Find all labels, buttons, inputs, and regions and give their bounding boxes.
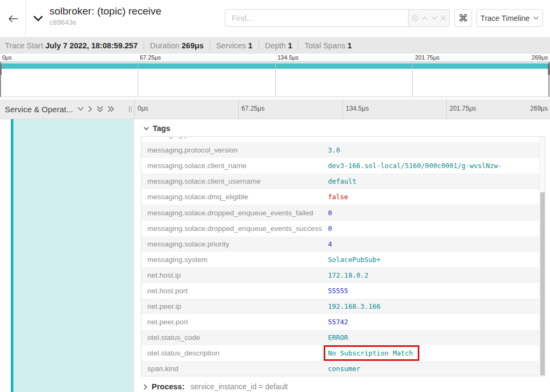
minimap-tick: 201.75μs: [415, 54, 439, 61]
timeline-tick: 134.5μs: [346, 105, 369, 112]
tag-row: messaging.solace.priority4: [141, 236, 545, 252]
locate-icon[interactable]: [411, 14, 419, 22]
trace-start: Trace Start July 7 2022, 18:08:59.257: [5, 41, 138, 50]
minimap-gridline: [138, 62, 138, 97]
chevron-down-icon: [533, 16, 539, 20]
tag-value: 0: [328, 224, 545, 233]
tag-row: messaging.solace.dropped_enqueue_events_…: [141, 205, 545, 220]
tag-key: otel.status_description: [141, 349, 328, 357]
tag-value: default: [328, 177, 545, 185]
tag-value: consumer: [328, 365, 545, 373]
page-title: solbroker: (topic) receive: [49, 5, 161, 18]
info-separator: [144, 41, 144, 50]
span-table-header: Service & Operat... 0μs 67.25μs 134.5μs …: [0, 99, 550, 119]
tag-key: messaging.protocol_version: [141, 146, 328, 154]
tag-row: messaging.protocolSMF: [141, 136, 545, 142]
tag-key: messaging.solace.dropped_enqueue_events_…: [141, 224, 328, 233]
tag-value: 3.0: [328, 146, 545, 154]
error-highlight-box: No Subscription Match: [324, 345, 419, 361]
minimap-canvas[interactable]: [0, 62, 550, 97]
back-arrow-icon: [8, 14, 18, 23]
tag-row: net.peer.port55742: [141, 314, 545, 330]
tag-key: messaging.system: [141, 256, 328, 264]
trace-services: Services 1: [216, 41, 253, 50]
tag-key: messaging.solace.dropped_enqueue_events_…: [141, 209, 328, 217]
chevron-down-icon[interactable]: [77, 107, 84, 111]
service-operation-header: Service & Operat...: [0, 99, 134, 119]
tags-section-toggle[interactable]: Tags: [144, 124, 170, 133]
column-resize-grip[interactable]: [129, 106, 133, 112]
process-section-toggle[interactable]: Process: service_instance_id = default: [144, 382, 288, 391]
column-divider: [342, 99, 343, 119]
info-separator: [210, 41, 210, 50]
span-row-highlight[interactable]: [13, 119, 133, 392]
column-divider: [446, 99, 447, 119]
tag-value: 4: [328, 240, 545, 248]
chevron-down-icon: [144, 127, 149, 130]
process-label: Process:: [152, 382, 184, 391]
tags-scrollbar: [539, 137, 545, 376]
back-button[interactable]: [0, 0, 25, 37]
tag-key: otel.status_code: [141, 333, 328, 342]
chevron-right-icon[interactable]: [88, 106, 92, 112]
trace-view-selector[interactable]: Trace Timeline: [476, 9, 543, 27]
command-icon: ⌘: [459, 12, 468, 24]
tag-value: dev3-166.sol-local/5160/000c0001/g-wvslN…: [328, 162, 545, 170]
tag-key: net.host.port: [141, 287, 328, 295]
find-prev-icon[interactable]: [422, 16, 428, 20]
double-chevron-right-icon[interactable]: [108, 106, 115, 112]
tag-value: 0: [328, 209, 545, 217]
find-next-icon[interactable]: [431, 16, 438, 20]
keyboard-shortcuts-button[interactable]: ⌘: [454, 9, 472, 27]
minimap-tick: 134.5μs: [277, 54, 298, 61]
chevron-down-icon: [33, 16, 43, 22]
minimap-left-scrubber[interactable]: [0, 62, 1, 97]
tag-key: messaging.solace.client_username: [141, 177, 328, 185]
timeline-tick: 269μs: [530, 105, 548, 112]
tags-table-rows: messaging.protocolSMFmessaging.protocol_…: [141, 136, 545, 376]
tags-section-label: Tags: [153, 124, 170, 133]
tag-row: messaging.solace.client_usernamedefault: [141, 173, 545, 189]
timeline-minimap[interactable]: 0μs 67.25μs 134.5μs 201.75μs 269μs: [0, 54, 550, 99]
tag-row: messaging.solace.dropped_enqueue_events_…: [141, 221, 545, 236]
find-nav-group: [409, 9, 449, 27]
minimap-tick: 269μs: [532, 54, 548, 61]
tag-key: net.peer.port: [141, 318, 328, 326]
tags-scrollbar-thumb[interactable]: [540, 192, 545, 375]
timeline-tick: 201.75μs: [449, 105, 476, 112]
tag-value: ERROR: [328, 333, 545, 342]
trace-collapse-toggle[interactable]: [30, 11, 46, 27]
tag-value: No Subscription Match: [328, 349, 545, 357]
info-separator: [259, 41, 259, 50]
minimap-tick: 0μs: [2, 54, 12, 61]
tag-value: 55555: [328, 287, 545, 295]
tag-value: 192.168.3.166: [328, 302, 545, 310]
tag-value: SMF: [328, 136, 545, 139]
tag-row: messaging.systemSolacePubSub+: [141, 252, 545, 267]
double-chevron-down-icon[interactable]: [97, 106, 103, 113]
minimap-right-scrubber[interactable]: [548, 62, 549, 97]
tag-row: messaging.solace.dmq_eligiblefalse: [141, 189, 545, 205]
span-detail-panel: Tags messaging.protocolSMFmessaging.prot…: [134, 119, 550, 392]
tag-row: span.kindconsumer: [141, 361, 545, 376]
tag-key: messaging.solace.dmq_eligible: [141, 193, 328, 201]
find-group: [225, 9, 449, 27]
tag-key: messaging.protocol: [141, 136, 328, 139]
tags-table: messaging.protocolSMFmessaging.protocol_…: [141, 136, 545, 376]
chevron-right-icon: [144, 384, 147, 390]
tag-row: otel.status_descriptionNo Subscription M…: [141, 345, 545, 361]
trace-duration: Duration 269μs: [150, 41, 204, 50]
title-block: solbroker: (topic) receive c89643e: [49, 5, 161, 27]
tag-value: false: [328, 193, 545, 201]
find-input[interactable]: [225, 9, 409, 27]
tag-row: net.peer.ip192.168.3.166: [141, 299, 545, 314]
timeline-tick: 67.25μs: [241, 105, 265, 112]
minimap-gridline: [275, 62, 276, 97]
trace-info-bar: Trace Start July 7 2022, 18:08:59.257 Du…: [0, 37, 550, 54]
minimap-tick-labels: 0μs 67.25μs 134.5μs 201.75μs 269μs: [0, 54, 550, 62]
tag-key: net.peer.ip: [141, 302, 328, 310]
column-divider: [134, 99, 135, 119]
tag-row: messaging.solace.client_namedev3-166.sol…: [141, 158, 545, 173]
find-clear-icon[interactable]: [440, 15, 446, 21]
tag-row: net.host.port55555: [141, 283, 545, 299]
